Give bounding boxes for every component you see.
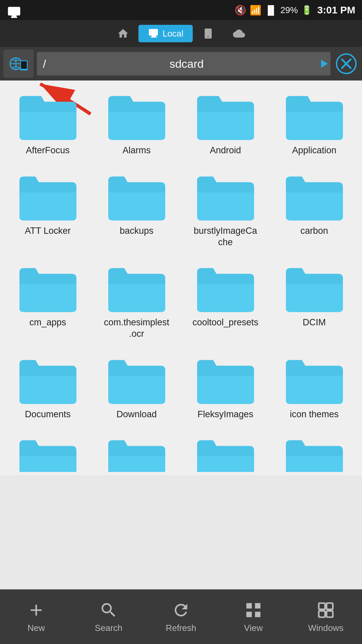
folder-item[interactable]: DCIM xyxy=(270,256,359,348)
status-left-icons xyxy=(7,5,21,21)
status-time: 3:01 PM xyxy=(317,4,355,16)
folder-icon xyxy=(286,355,343,405)
view-button[interactable]: View xyxy=(217,590,290,644)
folder-item[interactable] xyxy=(3,428,92,472)
path-display: / sdcard xyxy=(37,52,330,75)
windows-label: Windows xyxy=(308,623,343,633)
svg-rect-36 xyxy=(197,278,254,284)
folder-item[interactable]: Alarms xyxy=(92,84,181,164)
folder-icon xyxy=(197,171,254,221)
folder-item[interactable]: Documents xyxy=(3,348,92,428)
file-grid: AfterFocus Alarms Android xyxy=(0,80,362,475)
folder-item[interactable]: cm_apps xyxy=(3,256,92,348)
folder-label: cm_apps xyxy=(29,317,66,328)
svg-rect-20 xyxy=(197,106,254,112)
folder-icon xyxy=(108,91,165,141)
path-icon-button[interactable] xyxy=(3,50,34,78)
wifi-icon: 📶 xyxy=(250,5,261,16)
battery-label: 29% xyxy=(281,5,298,15)
svg-rect-58 xyxy=(326,611,333,617)
path-bar: / sdcard xyxy=(0,47,362,80)
bottom-toolbar: New Search Refresh View Windows xyxy=(0,589,362,644)
globe-tablet-icon xyxy=(8,54,28,74)
folder-icon xyxy=(108,263,165,313)
svg-rect-42 xyxy=(108,370,165,376)
windows-icon xyxy=(316,601,335,620)
svg-rect-18 xyxy=(108,106,165,112)
folder-item[interactable]: ATT Locker xyxy=(3,164,92,256)
folder-icon xyxy=(286,435,343,472)
folder-item[interactable]: icon themes xyxy=(270,348,359,428)
folder-label: backups xyxy=(120,225,154,237)
svg-rect-22 xyxy=(286,106,343,112)
search-button[interactable]: Search xyxy=(72,590,145,644)
nav-tabs: Local xyxy=(0,20,362,47)
nav-tab-local[interactable]: Local xyxy=(138,25,193,42)
folder-icon xyxy=(108,355,165,405)
search-label: Search xyxy=(95,623,122,633)
folder-item[interactable]: burstlyImageCache xyxy=(181,164,270,256)
folder-item[interactable]: Application xyxy=(270,84,359,164)
folder-item[interactable]: FleksyImages xyxy=(181,348,270,428)
folder-item[interactable]: cooltool_presets xyxy=(181,256,270,348)
refresh-label: Refresh xyxy=(166,623,196,633)
screen-icon xyxy=(7,5,21,20)
folder-label: Alarms xyxy=(122,145,150,156)
svg-rect-30 xyxy=(286,187,343,193)
folder-label: DCIM xyxy=(303,317,326,328)
folder-label: FleksyImages xyxy=(197,409,253,420)
folder-item[interactable]: carbon xyxy=(270,164,359,256)
folder-item[interactable] xyxy=(181,428,270,472)
svg-rect-1 xyxy=(12,15,17,17)
folder-icon xyxy=(197,355,254,405)
view-icon xyxy=(244,601,263,620)
folder-icon xyxy=(197,435,254,472)
svg-rect-32 xyxy=(19,278,76,284)
folder-label: AfterFocus xyxy=(26,145,70,156)
folder-item[interactable]: com.thesimplest.ocr xyxy=(92,256,181,348)
svg-rect-10 xyxy=(21,61,27,69)
folder-icon xyxy=(197,91,254,141)
windows-button[interactable]: Windows xyxy=(290,590,362,644)
status-bar: 🔇 📶 ▐▌ 29% 🔋 3:01 PM xyxy=(0,0,362,20)
new-button[interactable]: New xyxy=(0,590,72,644)
folder-item[interactable]: backups xyxy=(92,164,181,256)
svg-rect-50 xyxy=(108,450,165,456)
folder-item[interactable]: Download xyxy=(92,348,181,428)
refresh-icon xyxy=(172,601,190,620)
signal-icon: ▐▌ xyxy=(265,5,277,15)
svg-rect-38 xyxy=(286,278,343,284)
plus-icon xyxy=(27,601,46,620)
path-close-button[interactable] xyxy=(334,51,359,76)
mute-icon: 🔇 xyxy=(235,5,246,16)
folder-label: burstlyImageCache xyxy=(192,225,259,248)
new-label: New xyxy=(27,623,45,633)
svg-rect-16 xyxy=(19,106,76,112)
path-indicator xyxy=(321,60,328,68)
folder-label: Android xyxy=(210,145,241,156)
folder-icon xyxy=(286,171,343,221)
folder-label: com.thesimplest.ocr xyxy=(103,317,170,340)
svg-rect-55 xyxy=(319,603,325,609)
nav-tab-device[interactable] xyxy=(193,25,224,42)
svg-rect-44 xyxy=(197,370,254,376)
nav-tab-home[interactable] xyxy=(108,25,138,42)
svg-rect-54 xyxy=(286,450,343,456)
folder-icon xyxy=(19,435,76,472)
folder-item[interactable] xyxy=(270,428,359,472)
search-icon xyxy=(99,601,118,620)
svg-rect-3 xyxy=(149,29,158,36)
nav-tab-cloud[interactable] xyxy=(224,25,254,42)
refresh-button[interactable]: Refresh xyxy=(145,590,217,644)
folder-item[interactable]: AfterFocus xyxy=(3,84,92,164)
svg-rect-2 xyxy=(11,17,17,18)
folder-label: ATT Locker xyxy=(25,225,71,237)
folder-label: carbon xyxy=(300,225,328,237)
folder-icon xyxy=(19,263,76,313)
folder-icon xyxy=(286,263,343,313)
folder-icon xyxy=(19,355,76,405)
folder-icon xyxy=(108,171,165,221)
nav-tab-local-label: Local xyxy=(163,29,183,39)
folder-item[interactable] xyxy=(92,428,181,472)
folder-item[interactable]: Android xyxy=(181,84,270,164)
